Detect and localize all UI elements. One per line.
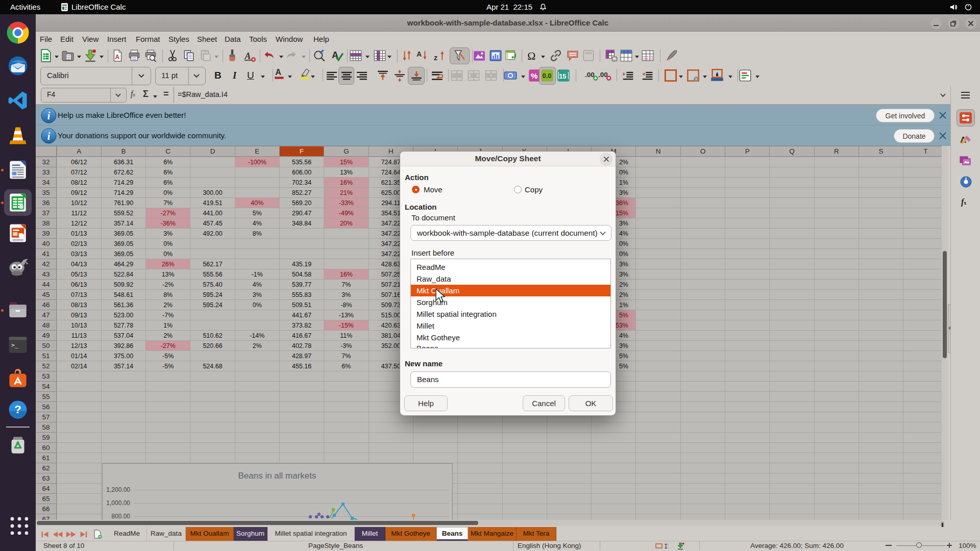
svg-text:12/13: 12/13 (71, 342, 87, 349)
svg-text:348.84: 348.84 (292, 220, 311, 227)
svg-text:F: F (300, 147, 304, 155)
svg-text:11/12: 11/12 (71, 210, 87, 217)
svg-text:354.51: 354.51 (381, 210, 401, 217)
svg-text:4%: 4% (619, 332, 628, 339)
svg-text:559.52: 559.52 (114, 210, 133, 217)
svg-text:724.87: 724.87 (381, 159, 401, 166)
svg-text:702.34: 702.34 (292, 179, 311, 186)
svg-text:53%: 53% (616, 322, 628, 329)
svg-text:416.67: 416.67 (292, 332, 311, 339)
svg-text:02/14: 02/14 (71, 363, 87, 370)
svg-text:67: 67 (42, 515, 50, 520)
svg-text:2%: 2% (619, 281, 628, 288)
svg-text:-14%: -14% (250, 332, 264, 339)
svg-text:606.00: 606.00 (292, 169, 311, 176)
svg-text:03/13: 03/13 (71, 251, 87, 258)
svg-text:392.86: 392.86 (114, 342, 133, 349)
svg-text:13%: 13% (162, 271, 175, 278)
svg-text:569.20: 569.20 (292, 199, 311, 207)
svg-text:0%: 0% (163, 251, 173, 258)
svg-text:45: 45 (42, 291, 50, 298)
svg-text:2%: 2% (619, 159, 628, 166)
svg-text:800.00: 800.00 (111, 513, 130, 520)
svg-text:509.92: 509.92 (114, 281, 133, 288)
svg-text:16%: 16% (340, 179, 353, 186)
svg-text:10/13: 10/13 (71, 322, 87, 329)
svg-text:A: A (275, 67, 281, 77)
svg-text:-27%: -27% (161, 342, 176, 349)
svg-text:8%: 8% (163, 291, 173, 298)
svg-text:672.62: 672.62 (114, 169, 133, 176)
svg-text:548.61: 548.61 (114, 291, 133, 298)
svg-text:504.58: 504.58 (292, 271, 311, 278)
svg-text:A: A (115, 54, 120, 61)
svg-text:3%: 3% (619, 271, 628, 278)
svg-text:464.29: 464.29 (114, 261, 133, 268)
svg-text:07/13: 07/13 (71, 291, 87, 298)
svg-text:3%: 3% (619, 189, 628, 196)
svg-text:E: E (255, 147, 259, 155)
svg-text:357.14: 357.14 (114, 220, 133, 227)
svg-text:26%: 26% (162, 261, 175, 268)
svg-text:66: 66 (42, 505, 50, 513)
svg-text:852.27: 852.27 (292, 189, 311, 196)
svg-text:515.00: 515.00 (381, 312, 401, 319)
svg-text:595.24: 595.24 (203, 302, 222, 309)
svg-text:A: A (77, 147, 81, 155)
svg-text:3%: 3% (163, 230, 173, 237)
svg-text:381.04: 381.04 (381, 332, 401, 339)
svg-text:>_: >_ (11, 341, 18, 348)
svg-text:457.45: 457.45 (203, 220, 222, 227)
svg-text:3%: 3% (619, 220, 628, 227)
svg-text:555.56: 555.56 (203, 271, 222, 278)
svg-text:1%: 1% (163, 322, 173, 329)
svg-text:D: D (210, 147, 215, 155)
svg-text:294.11: 294.11 (381, 199, 400, 207)
svg-text:357.14: 357.14 (114, 363, 133, 370)
svg-text:3%: 3% (619, 342, 628, 349)
svg-text:55: 55 (42, 393, 50, 400)
svg-text:33: 33 (42, 168, 50, 176)
svg-text:38: 38 (42, 219, 50, 227)
svg-text:09/13: 09/13 (71, 312, 87, 319)
svg-text:5%: 5% (619, 353, 628, 360)
svg-text:50: 50 (42, 342, 50, 349)
svg-text:15: 15 (559, 72, 566, 80)
svg-text:402.78: 402.78 (292, 342, 311, 349)
svg-text:.00: .00 (598, 71, 608, 79)
svg-text:04/13: 04/13 (71, 261, 87, 268)
svg-text:-13%: -13% (339, 312, 354, 319)
svg-text:A: A (244, 51, 251, 61)
svg-text:59: 59 (42, 434, 50, 441)
svg-text:441.67: 441.67 (292, 312, 311, 319)
svg-text:60: 60 (42, 444, 50, 452)
svg-text:53: 53 (42, 372, 50, 380)
svg-text:524.68: 524.68 (203, 363, 222, 370)
svg-text:Ω: Ω (527, 50, 535, 62)
svg-text:-5%: -5% (162, 363, 174, 370)
svg-text:N: N (656, 147, 661, 155)
svg-text:522.84: 522.84 (114, 271, 133, 278)
svg-text:39: 39 (42, 230, 50, 237)
svg-text:300.00: 300.00 (203, 189, 222, 196)
svg-text:347.22: 347.22 (381, 240, 401, 247)
svg-text:6%: 6% (163, 179, 173, 186)
svg-text:3%: 3% (619, 261, 628, 268)
svg-text:2%: 2% (619, 291, 628, 298)
svg-text:09/12: 09/12 (71, 189, 87, 196)
svg-text:44: 44 (42, 281, 50, 288)
svg-text:01/14: 01/14 (71, 353, 87, 360)
svg-text:352.00: 352.00 (381, 342, 401, 349)
svg-text:535.56: 535.56 (292, 159, 311, 166)
svg-text:13%: 13% (340, 169, 353, 176)
svg-text:520.66: 520.66 (203, 342, 222, 349)
svg-text:40: 40 (42, 240, 50, 247)
svg-text:-2%: -2% (162, 281, 174, 288)
svg-text:1%: 1% (619, 179, 628, 186)
svg-text:41: 41 (42, 250, 50, 258)
svg-text:369.05: 369.05 (114, 251, 133, 258)
svg-text:S: S (878, 147, 883, 155)
svg-text:347.22: 347.22 (381, 230, 401, 237)
svg-text:4%: 4% (619, 230, 628, 237)
svg-text:A: A (416, 50, 422, 58)
